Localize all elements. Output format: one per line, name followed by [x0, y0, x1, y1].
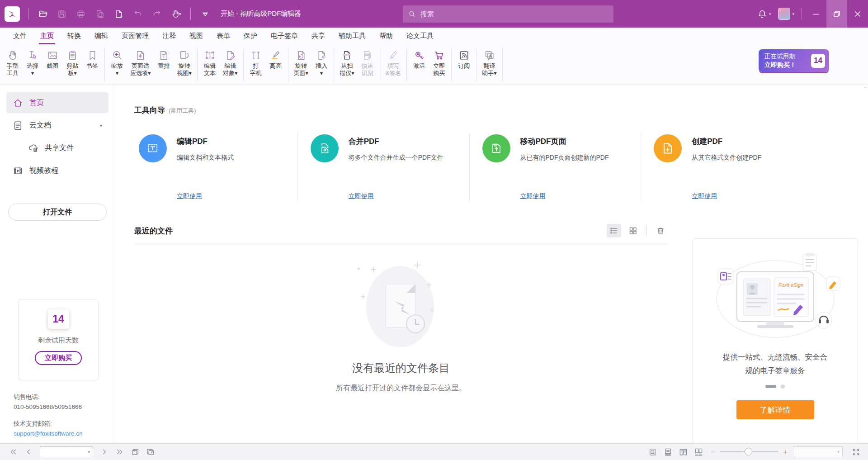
- search-box[interactable]: [403, 5, 613, 23]
- account-button[interactable]: ▾: [774, 0, 798, 28]
- no-recent-files-illustration: [342, 257, 460, 355]
- menu-edit[interactable]: 编辑: [88, 32, 115, 44]
- menu-help[interactable]: 帮助: [373, 32, 400, 44]
- reflow-button[interactable]: 重排: [154, 47, 174, 71]
- first-page-button[interactable]: [6, 446, 20, 458]
- undo-icon[interactable]: [130, 6, 146, 22]
- menu-convert[interactable]: 转换: [61, 32, 88, 44]
- use-now-link[interactable]: 立即使用: [177, 192, 234, 201]
- carousel-dot[interactable]: [781, 384, 785, 389]
- snapshot-button[interactable]: 截图: [42, 47, 62, 71]
- previous-view-button[interactable]: [128, 446, 142, 458]
- zoom-in-plus-icon[interactable]: +: [783, 448, 788, 456]
- last-page-button[interactable]: [113, 446, 127, 458]
- zoom-slider-thumb[interactable]: [745, 448, 752, 455]
- list-view-button[interactable]: [607, 224, 621, 237]
- sidebar-item-shared-files[interactable]: 共享文件: [6, 138, 108, 158]
- next-view-button[interactable]: [144, 446, 157, 458]
- hand-tool-quick-icon[interactable]: ▾: [168, 6, 184, 22]
- continuous-view-button[interactable]: [661, 446, 675, 458]
- menu-accessibility[interactable]: 辅助工具: [332, 32, 373, 44]
- select-tool-button[interactable]: 选择 ▾: [23, 47, 42, 78]
- open-file-button[interactable]: 打开文件: [8, 204, 107, 221]
- single-page-view-button[interactable]: [646, 446, 659, 458]
- delete-pages-icon[interactable]: [92, 6, 108, 22]
- menu-page-management[interactable]: 页面管理: [115, 32, 156, 44]
- save-icon[interactable]: [54, 6, 70, 22]
- menu-file[interactable]: 文件: [6, 32, 33, 44]
- notifications-button[interactable]: ▾: [754, 0, 775, 28]
- highlight-button[interactable]: 高亮: [266, 47, 286, 71]
- restore-button[interactable]: [826, 0, 847, 28]
- previous-page-button[interactable]: [22, 446, 35, 458]
- use-now-link[interactable]: 立即使用: [349, 192, 443, 201]
- clipboard-button[interactable]: 剪贴 板▾: [62, 47, 82, 78]
- zoom-level-combo[interactable]: ▾: [793, 446, 843, 457]
- page-number-combo[interactable]: ▾: [40, 446, 93, 457]
- menu-paper-tools[interactable]: 论文工具: [400, 32, 440, 44]
- hand-tool-button[interactable]: 手型 工具: [3, 47, 23, 78]
- rotate-view-button[interactable]: 旋转 视图▾: [174, 47, 195, 78]
- fullscreen-button[interactable]: [849, 446, 863, 458]
- page-combo-caret-icon[interactable]: ▾: [85, 450, 93, 454]
- menu-comment[interactable]: 注释: [156, 32, 183, 44]
- tool-card-merge-pdf[interactable]: 合并PDF 将多个文件合并生成一个PDF文件 立即使用: [297, 133, 469, 201]
- menu-view[interactable]: 视图: [183, 32, 210, 44]
- subscribe-button[interactable]: 订阅: [454, 47, 474, 71]
- sidebar-item-video-tutorials[interactable]: 视频教程: [6, 160, 108, 181]
- use-now-link[interactable]: 立即使用: [520, 192, 609, 201]
- insert-pages-button[interactable]: 插入 ▾: [311, 47, 331, 78]
- zoom-button[interactable]: 缩放 ▾: [107, 47, 127, 78]
- next-page-button[interactable]: [98, 446, 111, 458]
- edit-object-button[interactable]: 编辑 对象▾: [220, 47, 241, 78]
- fill-sign-button[interactable]: 填写 &签名: [382, 47, 405, 78]
- typewriter-button[interactable]: 打 字机: [246, 47, 266, 78]
- redo-icon[interactable]: [149, 6, 165, 22]
- tool-card-edit-pdf[interactable]: 编辑PDF 编辑文档和文本格式 立即使用: [134, 133, 297, 201]
- buy-now-button[interactable]: 立即 购买: [429, 47, 449, 78]
- bookmark-button[interactable]: 书签: [82, 47, 102, 71]
- menu-protect[interactable]: 保护: [237, 32, 264, 44]
- create-page-icon[interactable]: [111, 6, 127, 22]
- buy-now-pill-button[interactable]: 立即购买: [35, 351, 82, 365]
- print-icon[interactable]: [73, 6, 89, 22]
- tool-card-move-pdf-pages[interactable]: 移动PDF页面 从已有的PDF页面创建新的PDF 立即使用: [469, 133, 641, 201]
- zoom-combo-caret-icon[interactable]: ▾: [835, 450, 842, 454]
- zoom-out-icon[interactable]: −: [711, 448, 715, 456]
- menu-home[interactable]: 主页: [33, 32, 61, 44]
- menu-form[interactable]: 表单: [210, 32, 237, 44]
- tool-card-create-pdf[interactable]: 创建PDF 从其它格式文件创建PDF 立即使用: [641, 133, 812, 201]
- facing-view-button[interactable]: [676, 446, 690, 458]
- esign-illustration: Foxit eSign: [705, 251, 845, 342]
- support-email-label: 技术支持邮箱:: [14, 419, 115, 429]
- quick-ocr-button[interactable]: OCR 快速 识别: [358, 47, 377, 78]
- close-button[interactable]: [847, 0, 868, 28]
- customize-toolbar-icon[interactable]: [197, 6, 213, 22]
- page-number-input[interactable]: [40, 447, 85, 457]
- clear-recent-button[interactable]: [653, 224, 668, 237]
- open-file-icon[interactable]: [35, 6, 51, 22]
- carousel-dot-active[interactable]: [765, 385, 776, 388]
- menu-esign[interactable]: 电子签章: [264, 32, 305, 44]
- learn-more-button[interactable]: 了解详情: [736, 400, 814, 419]
- use-now-link[interactable]: 立即使用: [692, 192, 761, 201]
- scrollbar-up-icon[interactable]: ⌃: [863, 86, 867, 91]
- trial-buy-badge[interactable]: 正在试用期 立即购买！ 14: [759, 49, 829, 72]
- page-fit-button[interactable]: 页面适 应选项▾: [127, 47, 154, 78]
- sidebar-item-home[interactable]: 首页: [6, 92, 108, 113]
- rotate-pages-button[interactable]: 旋转 页面▾: [291, 47, 312, 78]
- search-input[interactable]: [420, 10, 608, 18]
- zoom-level-input[interactable]: [793, 449, 835, 455]
- sidebar-item-cloud-docs[interactable]: 云文档 ▾: [6, 115, 108, 136]
- grid-view-button[interactable]: [626, 224, 640, 237]
- activate-button[interactable]: 激活: [409, 47, 429, 71]
- edit-text-button[interactable]: 编辑 文本: [200, 47, 220, 78]
- support-email-link[interactable]: support@foxitsoftware.cn: [14, 429, 115, 439]
- zoom-slider-track[interactable]: [720, 451, 778, 452]
- cloud-docs-caret-icon[interactable]: ▾: [100, 123, 102, 128]
- translate-assistant-button[interactable]: A 翻译 助手▾: [479, 47, 500, 78]
- facing-continuous-view-button[interactable]: [692, 446, 705, 458]
- from-scanner-button[interactable]: 从扫 描仪▾: [336, 47, 358, 78]
- menu-share[interactable]: 共享: [305, 32, 332, 44]
- minimize-button[interactable]: [806, 0, 826, 28]
